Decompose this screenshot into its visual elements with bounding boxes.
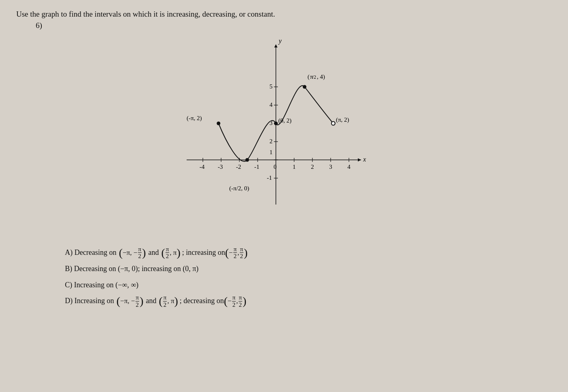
svg-text:x: x <box>363 156 366 163</box>
answer-d-frac1: π 2 <box>136 294 140 308</box>
answer-a-increasing-text: ; increasing on <box>182 245 225 261</box>
answer-d-bracket-l1: ( <box>116 295 120 307</box>
svg-point-37 <box>274 122 278 125</box>
answer-b: B) Decreasing on (−π, 0); increasing on … <box>65 261 552 277</box>
svg-text:5: 5 <box>269 83 273 90</box>
answer-d-comma3: , <box>236 294 238 308</box>
answer-d-interval2-end: , π <box>167 294 174 308</box>
answer-d-frac4: π 2 <box>239 294 243 308</box>
svg-text:y: y <box>278 37 282 45</box>
svg-text:-1: -1 <box>254 164 260 170</box>
answer-d-and1: and <box>146 293 156 309</box>
answer-a-frac2: π 2 <box>166 246 170 260</box>
instruction-text: Use the graph to find the intervals on w… <box>16 10 552 19</box>
answer-a-and1: and <box>148 245 159 261</box>
svg-text:(π, 2): (π, 2) <box>336 116 349 123</box>
svg-text:4: 4 <box>269 101 273 108</box>
svg-text:(-π, 2): (-π, 2) <box>187 115 202 122</box>
answer-d-bracket-r1: ) <box>140 295 143 307</box>
svg-text:(0, 2): (0, 2) <box>278 117 292 124</box>
answer-b-text: B) Decreasing on (−π, 0); increasing on … <box>65 261 198 277</box>
graph-area: -4 -3 -2 -1 0 1 2 3 4 <box>0 34 552 237</box>
answer-d: D) Increasing on ( −π, − π 2 ) and ( π 2… <box>65 293 552 309</box>
graph-svg: -4 -3 -2 -1 0 1 2 3 4 <box>162 34 373 237</box>
answer-d-label: D) Increasing on <box>65 293 114 309</box>
answer-a-bracket-r1: ) <box>142 247 146 258</box>
answer-a-frac3: π 2 <box>233 246 237 260</box>
answer-c-text: C) Increasing on (−∞, ∞) <box>65 278 138 293</box>
svg-text:(-π/2, 0): (-π/2, 0) <box>229 185 249 192</box>
answer-d-bracket-l2: ( <box>159 295 162 307</box>
answer-a-frac4: π 2 <box>240 246 244 260</box>
svg-text:4: 4 <box>347 164 351 170</box>
svg-text:0: 0 <box>273 164 277 170</box>
answer-a-label: A) Decreasing on <box>65 245 116 261</box>
svg-text:(: ( <box>308 73 310 80</box>
answer-c: C) Increasing on (−∞, ∞) <box>65 278 552 293</box>
answer-a-frac3-dash: − <box>229 246 233 260</box>
svg-text:2: 2 <box>269 138 273 144</box>
answer-a-bracket-r2: ) <box>176 247 180 258</box>
answer-d-frac2: π 2 <box>163 294 167 308</box>
answer-a-bracket-l2: ( <box>161 247 165 258</box>
svg-point-35 <box>217 122 220 125</box>
svg-text:1: 1 <box>269 149 273 155</box>
svg-text:-4: -4 <box>200 164 205 170</box>
answer-d-bracket-r2: ) <box>174 295 178 307</box>
answers-section: A) Decreasing on ( −π, − π 2 ) and ( π 2… <box>65 245 552 309</box>
answer-a-comma3: , <box>237 246 239 260</box>
svg-point-38 <box>303 85 306 89</box>
answer-a: A) Decreasing on ( −π, − π 2 ) and ( π 2… <box>65 245 552 261</box>
svg-text:/2: /2 <box>312 74 316 80</box>
question-number: 6) <box>36 21 552 30</box>
answer-a-bracket-l3: ( <box>225 247 229 258</box>
answer-d-frac3: π 2 <box>232 294 236 308</box>
answer-d-frac3-dash: − <box>228 294 232 308</box>
svg-marker-1 <box>358 158 361 162</box>
svg-point-36 <box>245 158 249 162</box>
svg-text:2: 2 <box>311 164 314 170</box>
answer-d-bracket-r3: ) <box>243 295 246 307</box>
answer-a-bracket-r3: ) <box>244 247 247 258</box>
svg-point-39 <box>331 122 335 125</box>
answer-d-decreasing-text: ; decreasing on <box>180 293 224 309</box>
answer-a-bracket-l1: ( <box>119 247 123 258</box>
graph-container: -4 -3 -2 -1 0 1 2 3 4 <box>162 34 373 237</box>
svg-text:-2: -2 <box>236 164 241 170</box>
svg-text:1: 1 <box>293 164 296 170</box>
svg-text:-3: -3 <box>218 164 223 170</box>
answer-a-interval2-end: , π <box>170 246 176 260</box>
answer-d-bracket-l3: ( <box>224 295 228 307</box>
answer-a-interval1-start: −π, − <box>123 246 137 260</box>
answer-a-frac1: π 2 <box>138 246 142 260</box>
svg-text:, 4): , 4) <box>317 73 325 80</box>
answer-d-interval1-start: −π, − <box>120 294 135 308</box>
svg-text:3: 3 <box>329 164 332 170</box>
svg-marker-3 <box>274 44 278 47</box>
svg-text:-1: -1 <box>267 174 272 181</box>
